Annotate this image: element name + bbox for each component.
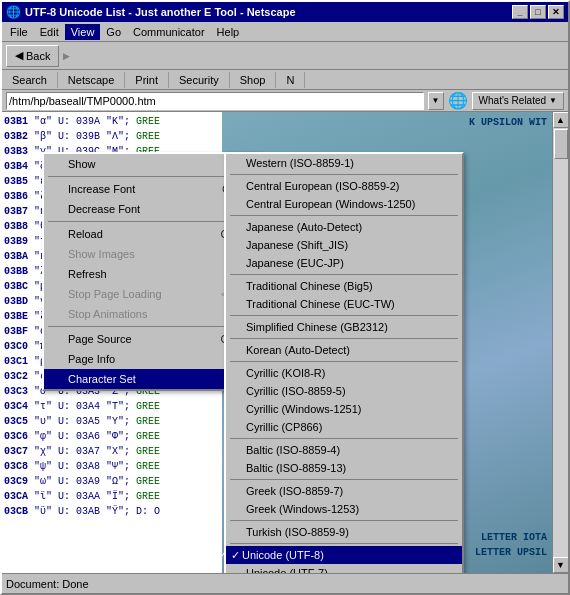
maximize-button[interactable]: □ <box>530 5 546 19</box>
hex-row: 03B4 "δ" U: 039D "N"; GREE <box>4 159 220 174</box>
content-area: 03B1 "α" U: 039A "K"; GREE 03B2 "β" U: 0… <box>2 112 568 573</box>
nav-tab-search[interactable]: Search <box>2 72 58 88</box>
status-text: Document: Done <box>6 578 89 590</box>
hex-row: 03CB "ϋ" U: 03AB "Ϋ"; D: O <box>4 504 220 519</box>
hex-row: 03B3 "γ" U: 039C "M"; GREE <box>4 144 220 159</box>
location-bar: ▼ 🌐 What's Related ▼ <box>2 90 568 112</box>
hex-row: 03BC "μ" U: 039C "M"; GREE <box>4 279 220 294</box>
whats-related-arrow: ▼ <box>549 96 557 105</box>
whats-related-label: What's Related <box>479 95 547 106</box>
minimize-button[interactable]: _ <box>512 5 528 19</box>
hex-row: 03B8 "θ" U: 03A0 "Π"; GREE <box>4 219 220 234</box>
map-bottom-text-2: LETTER UPSIL <box>475 547 547 558</box>
nav-tab-print[interactable]: Print <box>125 72 169 88</box>
hex-row: 03BA "κ" U: 039B "Λ"; GREE <box>4 249 220 264</box>
hex-row: 03C6 "φ" U: 03A6 "Φ"; GREE <box>4 429 220 444</box>
scroll-down-button[interactable]: ▼ <box>553 557 569 573</box>
menu-edit[interactable]: Edit <box>34 24 65 40</box>
hex-row: 03C1 "ρ" U: 03A1 "Ρ"; GREE <box>4 354 220 369</box>
window-title: UTF-8 Unicode List - Just another E Tool… <box>25 6 296 18</box>
url-dropdown-button[interactable]: ▼ <box>428 92 444 110</box>
hex-row: 03C2 "ς" U: 03A2 "Σ"; GREE <box>4 369 220 384</box>
title-bar: 🌐 UTF-8 Unicode List - Just another E To… <box>2 2 568 22</box>
scroll-thumb[interactable] <box>554 129 568 159</box>
hex-row: 03BE "ξ" U: 039E "Ξ"; GREE <box>4 309 220 324</box>
menu-communicator[interactable]: Communicator <box>127 24 211 40</box>
nav-tab-n[interactable]: N <box>276 72 305 88</box>
hex-row: 03BF "ο" U: 039F "O"; GREE <box>4 324 220 339</box>
hex-row: 03C0 "π" U: 03A0 "Π"; GREE <box>4 339 220 354</box>
hex-row: 03CA "ϊ" U: 03AA "Ϊ"; GREE <box>4 489 220 504</box>
hex-row: 03B5 "ε" U: 039E "Ξ"; GREE <box>4 174 220 189</box>
map-content: K UPSILON WIT <box>469 117 547 128</box>
hex-row: 03B2 "β" U: 039B "Λ"; GREE <box>4 129 220 144</box>
app-icon: 🌐 <box>6 5 21 19</box>
toolbar: ◀ Back ▶ <box>2 42 568 70</box>
hex-row: 03C9 "ω" U: 03A9 "Ω"; GREE <box>4 474 220 489</box>
hex-row: 03B1 "α" U: 039A "K"; GREE <box>4 114 220 129</box>
scrollbar-vertical[interactable]: ▲ ▼ <box>552 112 568 573</box>
nav-tab-security[interactable]: Security <box>169 72 230 88</box>
hex-row: 03C7 "χ" U: 03A7 "Χ"; GREE <box>4 444 220 459</box>
hex-row: 03B7 "η" U: 03A0 "Π"; GREE <box>4 204 220 219</box>
menu-bar: File Edit View Go Communicator Help <box>2 22 568 42</box>
hex-row: 03C8 "ψ" U: 03A8 "Ψ"; GREE <box>4 459 220 474</box>
hex-row: 03C4 "τ" U: 03A4 "Τ"; GREE <box>4 399 220 414</box>
nav-tab-shop[interactable]: Shop <box>230 72 277 88</box>
title-bar-controls: _ □ ✕ <box>512 5 564 19</box>
menu-view[interactable]: View <box>65 24 101 40</box>
nav-bar: Search Netscape Print Security Shop N <box>2 70 568 90</box>
hex-table: 03B1 "α" U: 039A "K"; GREE 03B2 "β" U: 0… <box>2 112 222 573</box>
menu-file[interactable]: File <box>4 24 34 40</box>
back-button[interactable]: ◀ Back <box>6 45 59 67</box>
app-window: 🌐 UTF-8 Unicode List - Just another E To… <box>0 0 570 595</box>
back-arrow-icon: ◀ <box>15 49 23 62</box>
hex-row: 03BD "ν" U: 039D "N"; GREE <box>4 294 220 309</box>
whats-related-button[interactable]: What's Related ▼ <box>472 92 564 110</box>
hex-row: 03BB "λ" U: 039B "Λ"; GREE <box>4 264 220 279</box>
close-button[interactable]: ✕ <box>548 5 564 19</box>
scroll-up-button[interactable]: ▲ <box>553 112 569 128</box>
related-icon: 🌐 <box>448 91 468 110</box>
browser-viewport: 03B1 "α" U: 039A "K"; GREE 03B2 "β" U: 0… <box>2 112 568 573</box>
menu-help[interactable]: Help <box>211 24 246 40</box>
map-bottom-text-1: LETTER IOTA <box>481 532 547 543</box>
hex-row: 03B6 "ζ" U: 039F "O"; GREE <box>4 189 220 204</box>
scroll-track[interactable] <box>553 128 568 557</box>
hex-row: 03C5 "υ" U: 03A5 "Υ"; GREE <box>4 414 220 429</box>
url-input[interactable] <box>6 92 424 110</box>
hex-row: 03B9 "ι" U: 03A1 "Ρ"; GREE <box>4 234 220 249</box>
forward-icon: ▶ <box>63 51 70 61</box>
hex-row: 03C3 "σ" U: 03A3 "Σ"; GREE <box>4 384 220 399</box>
status-bar: Document: Done <box>2 573 568 593</box>
nav-tab-netscape[interactable]: Netscape <box>58 72 125 88</box>
back-label: Back <box>26 50 50 62</box>
title-bar-title: 🌐 UTF-8 Unicode List - Just another E To… <box>6 5 296 19</box>
menu-go[interactable]: Go <box>100 24 127 40</box>
